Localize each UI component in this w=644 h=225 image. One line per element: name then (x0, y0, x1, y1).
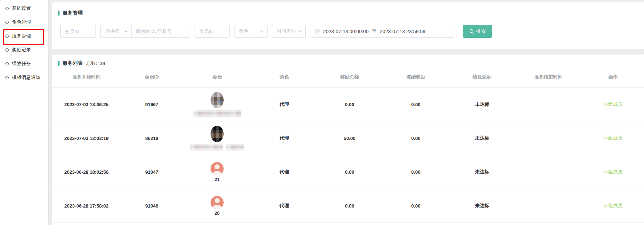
col-member: 会员 (183, 74, 252, 80)
date-end-value: 2023-07-13 23:59:59 (380, 29, 425, 34)
nickname-search-group: 选择按 (100, 25, 190, 38)
nickname-input[interactable] (132, 25, 190, 37)
avatar-redacted-photo (211, 92, 224, 108)
list-title: 服务列表 (62, 60, 83, 67)
sidebar-item-label: 角色管理 (12, 19, 31, 25)
circle-bullet-icon (5, 7, 9, 10)
group-members-link[interactable]: 小组成员 (582, 169, 644, 175)
circle-bullet-icon (5, 35, 9, 38)
date-range-picker[interactable]: 2023-07-13 00:00:00 至 2023-07-13 23:59:5… (310, 25, 454, 38)
col-reward-total: 奖励总额 (317, 74, 382, 80)
table-row: 2023-07-03 18:06:25 91667 代理 0.00 0.00 未… (52, 88, 644, 121)
cell-member: 21 (183, 162, 252, 182)
table-header-row: 服务开始时间 会员ID 会员 角色 奖励总额 冻结奖励 绩效达标 服务结束时间 … (52, 67, 644, 88)
select-by-dropdown[interactable]: 选择按 (101, 25, 132, 37)
sidebar-item-performance-tasks[interactable]: 绩效任务 (0, 57, 48, 71)
role-dropdown[interactable]: 角色 (234, 25, 268, 38)
circle-bullet-icon (5, 21, 9, 24)
group-members-link[interactable]: 小组成员 (582, 101, 644, 108)
sidebar-item-label: 基础设置 (12, 5, 31, 12)
cell-member-id: 91046 (121, 203, 183, 209)
col-end-time: 服务结束时间 (515, 74, 582, 80)
cell-frozen-reward: 0.00 (382, 203, 449, 209)
cell-start-time: 2023-06-28 17:58:02 (52, 203, 121, 209)
page-title: 服务管理 (62, 10, 83, 16)
member-name-redacted (193, 110, 241, 117)
search-button-label: 搜索 (476, 28, 486, 35)
time-type-placeholder: 时间类型 (277, 28, 295, 35)
cell-reward-total: 0.00 (317, 169, 382, 175)
clock-icon (315, 29, 320, 34)
member-label: 20 (215, 211, 219, 216)
cell-member (183, 126, 252, 150)
group-members-link[interactable]: 小组成员 (582, 202, 644, 209)
sidebar-item-reward-records[interactable]: 奖励记录 (0, 43, 48, 57)
cell-member-id: 91667 (121, 102, 183, 107)
group-members-link[interactable]: 小组成员 (582, 135, 644, 141)
col-role: 角色 (252, 74, 317, 80)
col-performance: 绩效达标 (449, 74, 515, 80)
cell-member-id: 86218 (121, 136, 183, 141)
cell-member (183, 92, 252, 117)
chevron-down-icon (124, 30, 128, 32)
cell-role: 代理 (252, 135, 317, 141)
member-label: 21 (215, 177, 219, 182)
cell-performance: 未达标 (449, 135, 515, 141)
cell-performance: 未达标 (449, 101, 515, 108)
table-row: 2023-06-28 18:02:56 91047 21 代理 0.00 0.0… (52, 155, 644, 189)
cell-reward-total: 50.00 (317, 136, 382, 141)
table-row: 2023-07-03 12:03:19 86218 代理 50.00 0.00 … (52, 121, 644, 155)
circle-bullet-icon (5, 62, 9, 65)
date-separator: 至 (372, 28, 376, 35)
cell-performance: 未达标 (449, 169, 515, 175)
total-label: 总数: (86, 60, 97, 67)
filter-panel: 服务管理 选择按 角色 时间类型 2023-07-13 (52, 2, 644, 49)
member-name-redacted (190, 144, 244, 150)
total-count: 24 (100, 61, 105, 66)
table-row: 2023-06-28 17:58:02 91046 20 代理 0.00 0.0… (52, 189, 644, 223)
cell-member: 20 (183, 196, 252, 216)
default-user-avatar-icon (211, 196, 224, 209)
cell-role: 代理 (252, 169, 317, 175)
circle-bullet-icon (5, 76, 9, 79)
search-icon (469, 29, 474, 34)
cell-frozen-reward: 0.00 (382, 136, 449, 141)
name-blur-block (226, 144, 244, 150)
name-blur-block (190, 144, 223, 150)
page-title-row: 服务管理 (52, 2, 644, 16)
time-type-dropdown[interactable]: 时间类型 (272, 25, 306, 38)
sidebar-item-basic-settings[interactable]: 基础设置 (0, 1, 48, 15)
group-member-id-input[interactable] (195, 25, 230, 38)
cell-performance: 未达标 (449, 202, 515, 209)
filter-bar: 选择按 角色 时间类型 2023-07-13 00:00:00 至 2023-0… (60, 25, 644, 38)
circle-bullet-icon (5, 48, 9, 52)
sidebar-item-label: 模板消息通知 (12, 74, 40, 81)
select-by-label: 选择按 (105, 28, 119, 35)
list-title-row: 服务列表 总数: 24 (52, 55, 644, 67)
sidebar-item-role-management[interactable]: 角色管理 (0, 15, 48, 29)
cell-frozen-reward: 0.00 (382, 102, 449, 107)
cell-member-id: 91047 (121, 169, 183, 175)
avatar-redacted-photo (211, 126, 224, 142)
cell-start-time: 2023-07-03 12:03:19 (52, 136, 121, 141)
default-user-avatar-icon (211, 162, 224, 175)
cell-reward-total: 0.00 (317, 203, 382, 209)
sidebar-item-service-management[interactable]: 服务管理 (0, 29, 48, 43)
title-accent-bar (58, 61, 60, 66)
sidebar: 基础设置 角色管理 服务管理 奖励记录 绩效任务 模板消息通知 (0, 0, 49, 225)
col-start-time: 服务开始时间 (52, 74, 121, 80)
col-member-id: 会员ID (121, 74, 183, 80)
chevron-down-icon (260, 30, 264, 32)
main-content: 服务管理 选择按 角色 时间类型 2023-07-13 (49, 0, 644, 225)
cell-start-time: 2023-07-03 18:06:25 (52, 102, 121, 107)
col-actions: 操作 (582, 74, 644, 80)
name-blur-block (193, 110, 241, 117)
cell-frozen-reward: 0.00 (382, 169, 449, 175)
cell-role: 代理 (252, 202, 317, 209)
role-placeholder: 角色 (239, 28, 248, 35)
member-id-input[interactable] (60, 25, 96, 38)
sidebar-item-template-message-notify[interactable]: 模板消息通知 (0, 71, 48, 84)
service-list-panel: 服务列表 总数: 24 服务开始时间 会员ID 会员 角色 奖励总额 冻结奖励 … (52, 55, 644, 225)
search-button[interactable]: 搜索 (463, 25, 492, 38)
cell-start-time: 2023-06-28 18:02:56 (52, 169, 121, 175)
